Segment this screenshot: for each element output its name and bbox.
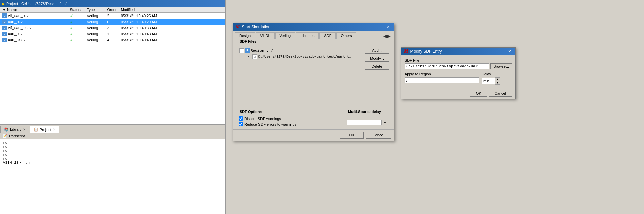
- table-row[interactable]: vvtf_uart_rx.v ✓ Verilog 2 05/31/21 10:4…: [0, 13, 225, 19]
- tree-indent: └: [247, 55, 251, 59]
- file-type-cell: Verilog: [85, 13, 105, 19]
- table-row[interactable]: vuart_test.v ✓ Verilog 4 05/31/21 10:40:…: [0, 37, 225, 43]
- library-tab-close[interactable]: ✕: [23, 128, 26, 131]
- project-tab-icon: 📋: [34, 127, 38, 132]
- project-tab-label: Project: [40, 128, 51, 132]
- delay-group: Delay ▲ ▼: [482, 72, 512, 85]
- sdf-files-section: SDF Files - R Region : / └ □ C:/Users/32…: [236, 42, 391, 109]
- modify-m-logo: M: [404, 49, 408, 54]
- modify-dialog-footer: OK Cancel: [401, 88, 515, 99]
- delay-value-input[interactable]: [482, 78, 495, 84]
- check-icon: ✓: [70, 32, 73, 36]
- m-logo: M: [236, 24, 240, 30]
- table-row[interactable]: vuart_tx.v ✓ Verilog 1 05/31/21 10:40:43…: [0, 31, 225, 37]
- project-titlebar: ▶ Project - C:/Users/3278/Desktop/src/te…: [0, 0, 225, 7]
- region-label: Region : /: [251, 49, 273, 53]
- dropdown-arrow-icon: ▼: [381, 120, 388, 125]
- modify-ok-button[interactable]: OK: [470, 90, 487, 97]
- file-name-cell: vuart_tx.v: [0, 31, 68, 37]
- delay-decrement-button[interactable]: ▼: [495, 81, 500, 84]
- transcript-content: runrunrunrunrunVSIM 13> run: [0, 139, 225, 166]
- modify-dialog-close[interactable]: ✕: [507, 49, 513, 54]
- region-delay-row: Apply to Region Delay ▲ ▼: [405, 72, 512, 85]
- project-icon: ▶: [2, 2, 5, 6]
- modify-cancel-button[interactable]: Cancel: [489, 90, 512, 97]
- multisource-dropdown[interactable]: ▼: [347, 120, 388, 125]
- sim-tab-libraries-label: Libraries: [300, 34, 314, 38]
- sdf-add-button[interactable]: Add...: [365, 47, 389, 54]
- col-status[interactable]: Status: [68, 7, 85, 13]
- file-order-cell: 1: [105, 31, 119, 37]
- file-status-cell: ✓: [68, 31, 85, 37]
- sim-dialog: M Start Simulation ✕ Design VHDL Verilog…: [233, 23, 394, 141]
- col-modified[interactable]: Modified: [119, 7, 225, 13]
- reduce-errors-checkbox[interactable]: [239, 122, 243, 126]
- sim-dialog-close[interactable]: ✕: [385, 25, 391, 29]
- modify-content: SDF File Browse... Apply to Region Delay…: [401, 55, 515, 88]
- filter-icon: ▼: [2, 8, 6, 12]
- sim-dialog-title: Start Simulation: [242, 25, 270, 29]
- sdf-action-buttons: Add... Modify... Delete: [365, 47, 389, 70]
- transcript-line: run: [3, 145, 223, 149]
- delay-increment-button[interactable]: ▲: [495, 78, 500, 81]
- file-modified-cell: 05/31/21 10:40:43 AM: [119, 31, 225, 37]
- file-modified-cell: 05/31/21 10:40:40 AM: [119, 37, 225, 43]
- sim-tab-others[interactable]: Others: [336, 32, 356, 39]
- check-icon: ✓: [70, 38, 73, 42]
- sdf-delete-button[interactable]: Delete: [365, 63, 389, 70]
- col-order[interactable]: Order: [105, 7, 119, 13]
- bottom-panel: 📚 Library ✕ 📋 Project ✕ 📝 Transcript run…: [0, 125, 226, 214]
- transcript-line: run: [3, 157, 223, 161]
- transcript-title: 📝 Transcript: [0, 133, 225, 139]
- tab-library[interactable]: 📚 Library ✕: [0, 126, 29, 133]
- col-type[interactable]: Type: [85, 7, 105, 13]
- modify-sdf-dialog: M Modify SDF Entry ✕ SDF File Browse... …: [401, 47, 516, 99]
- file-type-cell: Verilog: [85, 37, 105, 43]
- file-order-cell: 0: [105, 19, 119, 25]
- disable-warnings-row: Disable SDF warnings: [239, 116, 338, 121]
- table-header-row: ▼ Name Status Type Order Modified: [0, 7, 225, 13]
- file-modified-cell: 05/31/21 10:40:29 AM: [119, 19, 225, 25]
- sim-cancel-button[interactable]: Cancel: [366, 132, 391, 139]
- tab-scroll-arrow[interactable]: ◀▶: [383, 33, 392, 39]
- disable-warnings-checkbox[interactable]: [239, 116, 243, 121]
- sim-tab-vhdl[interactable]: VHDL: [256, 32, 274, 39]
- file-status-cell: ✓: [68, 37, 85, 43]
- library-tab-icon: 📚: [4, 127, 9, 132]
- project-tab-close[interactable]: ✕: [53, 128, 55, 131]
- sdf-file-input[interactable]: [405, 63, 489, 69]
- apply-region-group: Apply to Region: [405, 72, 479, 85]
- table-row[interactable]: vuart_rx.v ✓ Verilog 0 05/31/21 10:40:29…: [0, 19, 225, 25]
- transcript-label: Transcript: [8, 134, 25, 138]
- sim-tab-verilog[interactable]: Verilog: [275, 32, 296, 39]
- sdf-options-label: SDF Options: [239, 110, 263, 114]
- file-name-cell: vuart_test.v: [0, 37, 68, 43]
- file-icon: v: [2, 32, 7, 36]
- browse-button[interactable]: Browse...: [490, 63, 512, 69]
- file-status-cell: ✓: [68, 13, 85, 19]
- col-name[interactable]: ▼ Name: [0, 7, 68, 13]
- multisource-box: Multi-Source delay ▼: [344, 112, 391, 129]
- table-row[interactable]: vvtf_uart_test.v ✓ Verilog 3 05/31/21 10…: [0, 25, 225, 31]
- tree-expand-icon[interactable]: -: [239, 48, 244, 53]
- tab-project[interactable]: 📋 Project ✕: [30, 126, 59, 133]
- sim-tab-sdf[interactable]: SDF: [319, 32, 336, 39]
- file-order-cell: 4: [105, 37, 119, 43]
- sim-tab-libraries[interactable]: Libraries: [296, 32, 319, 39]
- sdf-files-box: SDF Files - R Region : / └ □ C:/Users/32…: [236, 42, 391, 109]
- file-modified-cell: 05/31/21 10:40:25 AM: [119, 13, 225, 19]
- sdf-modify-button[interactable]: Modify...: [365, 55, 389, 62]
- check-icon: ✓: [70, 20, 73, 24]
- sdf-files-label: SDF Files: [239, 39, 257, 43]
- sdf-options-box: SDF Options Disable SDF warnings Reduce …: [236, 112, 341, 129]
- transcript-line: run: [3, 149, 223, 153]
- sim-ok-button[interactable]: OK: [340, 132, 364, 139]
- sdf-file-field-label: SDF File: [405, 58, 512, 62]
- file-status-cell: ✓: [68, 19, 85, 25]
- check-icon: ✓: [70, 14, 73, 18]
- sdf-options-row: SDF Options Disable SDF warnings Reduce …: [236, 112, 391, 129]
- sim-tab-sdf-label: SDF: [324, 34, 331, 38]
- file-modified-cell: 05/31/21 10:40:33 AM: [119, 25, 225, 31]
- apply-region-input[interactable]: [405, 77, 479, 83]
- sim-tab-design[interactable]: Design: [235, 32, 255, 39]
